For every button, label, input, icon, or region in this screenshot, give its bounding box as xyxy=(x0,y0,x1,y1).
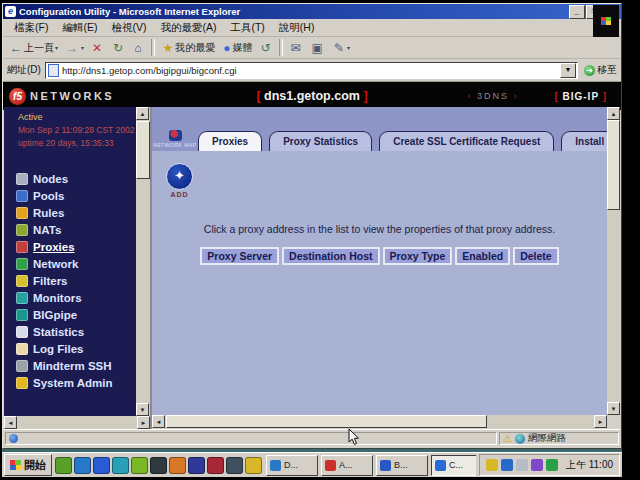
toolbar-button[interactable]: ⌂ xyxy=(130,39,148,57)
link-3dns[interactable]: ‹ 3DNS › xyxy=(467,91,518,101)
windows-flag-icon xyxy=(10,460,21,470)
sidebar-vertical-scrollbar[interactable]: ▲ ▼ xyxy=(136,107,150,416)
network-map-icon xyxy=(169,130,182,141)
address-input[interactable] xyxy=(62,65,560,76)
scroll-right-icon[interactable]: ► xyxy=(137,416,150,429)
document-icon xyxy=(9,434,18,443)
tray-icon[interactable] xyxy=(546,459,558,471)
quick-launch-icon[interactable] xyxy=(131,457,148,474)
task-button-label: D... xyxy=(284,460,298,470)
sidebar-item[interactable]: Network xyxy=(4,255,136,272)
quick-launch-icon[interactable] xyxy=(207,457,224,474)
sidebar-item[interactable]: Proxies xyxy=(4,238,136,255)
sidebar-horizontal-scrollbar[interactable]: ◄ ► xyxy=(4,416,150,429)
sidebar-item[interactable]: Filters xyxy=(4,272,136,289)
chevron-down-icon[interactable]: ▾ xyxy=(81,44,84,51)
add-plus-icon[interactable]: ✦ xyxy=(166,163,193,190)
quick-launch-icon[interactable] xyxy=(93,457,110,474)
tab[interactable]: Install SSL Certifi xyxy=(561,131,607,151)
status-uptime: uptime 20 days, 15:35:33 xyxy=(18,138,136,148)
sidebar-item[interactable]: Pools xyxy=(4,187,136,204)
scrollbar-thumb[interactable] xyxy=(136,121,150,179)
quick-launch-icon[interactable] xyxy=(245,457,262,474)
toolbar-button[interactable]: ✉ xyxy=(286,39,307,57)
sidebar-item[interactable]: NATs xyxy=(4,221,136,238)
tray-icon[interactable] xyxy=(531,459,543,471)
sidebar-item[interactable]: Monitors xyxy=(4,289,136,306)
scroll-left-icon[interactable]: ◄ xyxy=(4,416,17,429)
network-map-button[interactable]: NETWORK MAP xyxy=(152,130,198,148)
toolbar-button[interactable]: ▣ xyxy=(308,39,330,57)
tray-icon[interactable] xyxy=(501,459,513,471)
task-button[interactable]: A... xyxy=(321,455,373,476)
quick-launch-icon[interactable] xyxy=(112,457,129,474)
main-vertical-scrollbar[interactable]: ▲ ▼ xyxy=(607,107,620,415)
quick-launch-icon[interactable] xyxy=(55,457,72,474)
main-horizontal-scrollbar[interactable]: ◄ ► xyxy=(152,415,607,429)
sidebar-item-icon xyxy=(16,360,28,372)
toolbar-button[interactable]: ● 媒體 xyxy=(219,39,256,57)
scrollbar-corner xyxy=(607,415,620,429)
scrollbar-thumb[interactable] xyxy=(607,120,620,210)
link-bigip[interactable]: [ BIG-IP ] xyxy=(554,91,607,102)
tab[interactable]: Proxy Statistics xyxy=(269,131,372,151)
quick-launch-icon[interactable] xyxy=(226,457,243,474)
scroll-up-icon[interactable]: ▲ xyxy=(136,107,149,120)
table-header-button[interactable]: Destination Host xyxy=(282,247,379,265)
table-header-button[interactable]: Proxy Type xyxy=(383,247,453,265)
tray-icon[interactable] xyxy=(516,459,528,471)
sidebar-item[interactable]: Statistics xyxy=(4,323,136,340)
add-button[interactable]: ✦ ADD xyxy=(166,163,193,198)
title-bar[interactable]: e Configuration Utility - Microsoft Inte… xyxy=(3,4,621,19)
quick-launch-icon[interactable] xyxy=(169,457,186,474)
tab[interactable]: Create SSL Certificate Request xyxy=(379,131,554,151)
scroll-down-icon[interactable]: ▼ xyxy=(607,402,620,415)
task-button[interactable]: D... xyxy=(266,455,318,476)
task-button[interactable]: B... xyxy=(376,455,428,476)
tray-icon[interactable] xyxy=(486,459,498,471)
task-button[interactable]: C... xyxy=(431,455,476,476)
system-status: Active Mon Sep 2 11:09:28 CST 2002 uptim… xyxy=(4,107,136,148)
scroll-down-icon[interactable]: ▼ xyxy=(136,403,149,416)
toolbar-button[interactable]: → ▾ xyxy=(62,39,88,57)
toolbar: ← 上一頁 ▾ → ▾ ✕ xyxy=(3,37,621,59)
menu-item[interactable]: 檢視(V) xyxy=(104,21,153,35)
sidebar-item[interactable]: Log Files xyxy=(4,340,136,357)
add-label: ADD xyxy=(166,191,193,198)
start-button[interactable]: 開始 xyxy=(4,454,52,476)
address-dropdown-button[interactable]: ▼ xyxy=(560,63,576,78)
minimize-button[interactable]: _ xyxy=(569,5,585,19)
menu-item[interactable]: 說明(H) xyxy=(272,21,322,35)
menu-item[interactable]: 工具(T) xyxy=(223,21,271,35)
toolbar-button[interactable]: ★ 我的最愛 xyxy=(158,39,219,57)
sidebar-item[interactable]: Rules xyxy=(4,204,136,221)
tab[interactable]: Proxies xyxy=(198,131,262,151)
scroll-left-icon[interactable]: ◄ xyxy=(152,415,165,428)
toolbar-button[interactable]: ↺ xyxy=(256,39,276,57)
sidebar-item[interactable]: System Admin xyxy=(4,374,136,391)
scroll-right-icon[interactable]: ► xyxy=(594,415,607,428)
ie-icon: e xyxy=(5,6,16,17)
toolbar-button[interactable]: ← 上一頁 ▾ xyxy=(6,39,62,57)
chevron-down-icon[interactable]: ▾ xyxy=(347,44,350,51)
go-button[interactable]: ➜ 移至 xyxy=(584,63,617,77)
table-header-button[interactable]: Proxy Server xyxy=(200,247,279,265)
sidebar-item-icon xyxy=(16,207,28,219)
quick-launch-icon[interactable] xyxy=(188,457,205,474)
scroll-up-icon[interactable]: ▲ xyxy=(607,107,620,120)
menu-item[interactable]: 編輯(E) xyxy=(55,21,104,35)
quick-launch-icon[interactable] xyxy=(150,457,167,474)
scrollbar-thumb[interactable] xyxy=(166,415,487,428)
menu-item[interactable]: 我的最愛(A) xyxy=(153,21,223,35)
menu-item[interactable]: 檔案(F) xyxy=(7,21,55,35)
table-header-button[interactable]: Delete xyxy=(513,247,559,265)
chevron-down-icon[interactable]: ▾ xyxy=(55,44,58,51)
sidebar-item[interactable]: Nodes xyxy=(4,170,136,187)
toolbar-button[interactable]: ↻ xyxy=(109,39,130,57)
quick-launch-icon[interactable] xyxy=(74,457,91,474)
sidebar-item[interactable]: Mindterm SSH xyxy=(4,357,136,374)
toolbar-button[interactable]: ✕ xyxy=(88,39,109,57)
toolbar-button[interactable]: ✎ ▾ xyxy=(330,39,354,57)
table-header-button[interactable]: Enabled xyxy=(455,247,510,265)
sidebar-item[interactable]: BIGpipe xyxy=(4,306,136,323)
